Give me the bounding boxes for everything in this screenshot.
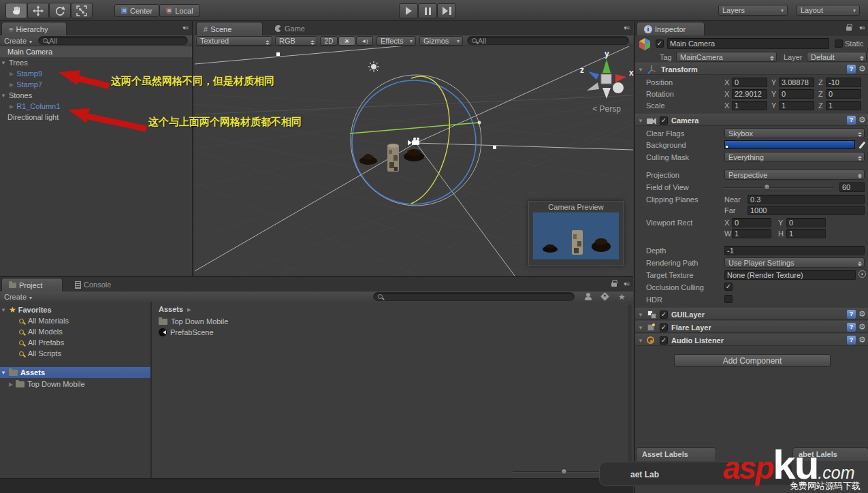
favorites-star-icon[interactable]: ★ xyxy=(618,292,626,302)
effects-dropdown[interactable]: Effects▾ xyxy=(376,36,416,46)
clear-flags-dropdown[interactable]: Skybox xyxy=(724,128,865,138)
position-y-field[interactable]: 3.08878 xyxy=(779,78,814,87)
occlusion-culling-checkbox[interactable]: ✓ xyxy=(724,283,733,291)
near-field[interactable]: 0.3 xyxy=(748,195,865,204)
pivot-local-button[interactable]: Local xyxy=(159,4,200,17)
foldout-open-icon[interactable]: ▼ xyxy=(638,325,643,331)
far-field[interactable]: 1000 xyxy=(748,206,865,215)
tab-console[interactable]: Console xyxy=(68,278,129,291)
layout-dropdown[interactable]: Layout ▾ xyxy=(797,5,860,16)
project-search-input[interactable] xyxy=(373,292,575,301)
hand-tool-button[interactable] xyxy=(5,3,27,18)
active-checkbox[interactable]: ✓ xyxy=(656,39,664,48)
panel-menu-icon[interactable]: ▾≡ xyxy=(624,281,629,287)
layers-dropdown[interactable]: Layers ▾ xyxy=(718,5,788,16)
orientation-gizmo[interactable]: y z x < Persp xyxy=(576,48,637,116)
foldout-open-icon[interactable]: ▼ xyxy=(1,307,6,313)
rotation-y-field[interactable]: 0 xyxy=(779,89,814,99)
panel-menu-icon[interactable]: ▾≡ xyxy=(859,25,865,31)
camera-component-header[interactable]: ▼ ✓ Camera ? ⚙ xyxy=(635,114,868,126)
gameobject-name-field[interactable]: Main Camera xyxy=(667,38,829,49)
foldout-open-icon[interactable]: ▼ xyxy=(638,118,643,124)
rotate-tool-button[interactable] xyxy=(49,3,71,18)
position-x-field[interactable]: 0 xyxy=(732,78,767,87)
viewport-w-field[interactable]: 1 xyxy=(732,229,771,238)
help-icon[interactable]: ? xyxy=(847,323,856,332)
render-channel-dropdown[interactable]: RGB xyxy=(275,36,317,46)
background-color-swatch[interactable] xyxy=(724,140,855,149)
lock-icon[interactable] xyxy=(846,27,852,31)
asset-zoom-slider-handle[interactable] xyxy=(561,468,567,475)
lock-icon[interactable] xyxy=(611,283,617,287)
2d-toggle-button[interactable]: 2D xyxy=(320,36,338,46)
foldout-open-icon[interactable]: ▼ xyxy=(638,312,643,318)
culling-mask-dropdown[interactable]: Everything xyxy=(724,152,865,162)
gear-icon[interactable]: ⚙ xyxy=(858,116,866,125)
favorites-all-prefabs[interactable]: All Prefabs xyxy=(0,337,150,348)
help-icon[interactable]: ? xyxy=(847,310,856,319)
hierarchy-row-r1-column1[interactable]: ▶ R1_Column1 xyxy=(0,101,192,112)
scale-y-field[interactable]: 1 xyxy=(779,101,814,110)
shading-mode-dropdown[interactable]: Textured xyxy=(196,36,272,46)
hierarchy-search-input[interactable]: All xyxy=(38,36,188,45)
help-icon[interactable]: ? xyxy=(847,116,856,125)
audio-toggle-button[interactable]: ◄) xyxy=(356,36,373,46)
static-checkbox[interactable] xyxy=(835,39,843,48)
audio-listener-enabled-checkbox[interactable]: ✓ xyxy=(660,336,668,345)
help-icon[interactable]: ? xyxy=(847,65,856,74)
vertical-scrollbar[interactable] xyxy=(628,304,632,468)
transform-header[interactable]: ▼ Transform ? ⚙ xyxy=(635,63,868,75)
scale-tool-button[interactable] xyxy=(71,3,93,18)
scene-search-input[interactable]: All xyxy=(467,36,629,45)
eyedropper-icon[interactable] xyxy=(858,140,867,149)
guilayer-header[interactable]: ▼ ✓ GUILayer ? ⚙ xyxy=(635,308,868,320)
gizmos-dropdown[interactable]: Gizmos▾ xyxy=(419,36,463,46)
step-button[interactable] xyxy=(437,3,456,18)
tab-project[interactable]: Project xyxy=(1,278,63,291)
favorites-all-models[interactable]: All Models xyxy=(0,326,150,337)
favorites-all-materials[interactable]: All Materials xyxy=(0,315,150,326)
depth-field[interactable]: -1 xyxy=(724,246,865,255)
fov-slider-track[interactable] xyxy=(724,187,833,189)
perspective-label[interactable]: < Persp xyxy=(576,104,637,114)
favorites-all-scripts[interactable]: All Scripts xyxy=(0,348,150,359)
foldout-open-icon[interactable]: ▼ xyxy=(1,93,6,99)
tab-scene[interactable]: # Scene xyxy=(196,22,263,35)
foldout-open-icon[interactable]: ▼ xyxy=(638,67,643,73)
object-picker-icon[interactable] xyxy=(858,270,866,278)
fov-slider-handle[interactable] xyxy=(764,184,770,190)
rotation-z-field[interactable]: 0 xyxy=(826,89,861,99)
gear-icon[interactable]: ⚙ xyxy=(858,65,866,74)
layer-dropdown[interactable]: Default xyxy=(807,52,867,62)
foldout-open-icon[interactable]: ▼ xyxy=(1,370,6,376)
search-by-type-icon[interactable] xyxy=(584,293,592,301)
gear-icon[interactable]: ⚙ xyxy=(858,323,866,332)
lighting-toggle-button[interactable]: ☀ xyxy=(338,36,355,46)
foldout-open-icon[interactable]: ▼ xyxy=(1,60,6,66)
tab-hierarchy[interactable]: ≡ Hierarchy xyxy=(1,22,67,35)
favorites-item[interactable]: ▼ ★ Favorites xyxy=(0,304,150,315)
tag-dropdown[interactable]: MainCamera xyxy=(676,52,777,62)
scale-x-field[interactable]: 1 xyxy=(732,101,767,110)
hierarchy-row-main-camera[interactable]: Main Camera xyxy=(0,46,192,57)
add-component-button[interactable]: Add Component xyxy=(674,354,831,367)
breadcrumb[interactable]: Assets ▸ xyxy=(152,304,633,315)
flare-layer-header[interactable]: ▼ ✓ Flare Layer ? ⚙ xyxy=(635,321,868,333)
asset-item-prefabscene[interactable]: PrefabScene xyxy=(152,327,633,338)
audio-listener-header[interactable]: ▼ ✓ Audio Listener ? ⚙ xyxy=(635,334,868,346)
search-by-label-icon[interactable] xyxy=(600,292,609,301)
asset-labels-header[interactable]: Asset Labels xyxy=(636,447,716,461)
scale-z-field[interactable]: 1 xyxy=(826,101,861,110)
viewport-x-field[interactable]: 0 xyxy=(732,218,771,227)
target-texture-field[interactable]: None (Render Texture) xyxy=(724,270,856,280)
pause-button[interactable] xyxy=(418,3,437,18)
camera-enabled-checkbox[interactable]: ✓ xyxy=(660,116,668,125)
hierarchy-row-trees[interactable]: ▼ Trees xyxy=(0,57,192,68)
foldout-open-icon[interactable]: ▼ xyxy=(638,338,643,344)
create-button[interactable]: Create▾ xyxy=(4,293,32,301)
create-button[interactable]: Create▾ xyxy=(4,37,32,45)
projection-dropdown[interactable]: Perspective xyxy=(724,170,865,180)
foldout-closed-icon[interactable]: ▶ xyxy=(9,381,13,387)
fov-value-field[interactable]: 60 xyxy=(839,182,865,192)
pivot-center-button[interactable]: Center xyxy=(114,4,159,17)
